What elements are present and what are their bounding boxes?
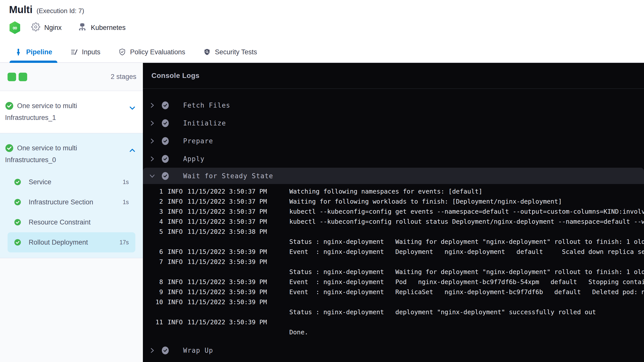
step-duration: 17s [119,239,129,246]
harness-logo-icon: ∞ [9,21,21,34]
tab-policy-evaluations-label: Policy Evaluations [130,48,185,56]
chevron-up-icon[interactable] [128,146,136,154]
log-msg: Watching following namespaces for events… [289,187,644,197]
log-row: 2INFO11/15/2022 3:50:37 PMWaiting for fo… [143,197,644,207]
log-no: 8 [143,277,163,287]
success-check-icon [14,199,21,206]
log-no: 1 [143,187,163,197]
service-chip[interactable]: Nginx [31,22,62,33]
chevron-down-icon[interactable] [128,104,136,112]
console-step-wrap-up[interactable]: Wrap Up [143,341,644,359]
log-no [143,327,163,337]
log-row: Status : nginx-deployment deployment "ng… [143,307,644,317]
console-step-initialize[interactable]: Initialize [143,114,644,132]
log-no: 7 [143,257,163,267]
console-steps-list: Fetch FilesInitializePrepareApplyWait fo… [143,89,644,362]
log-row: Done. [143,327,644,337]
log-time: 11/15/2022 3:50:37 PM [187,197,271,207]
log-no [143,307,163,317]
log-time [187,327,271,337]
tab-security-tests-label: Security Tests [215,48,257,56]
stage-card-infrastructures-1[interactable]: One service to multi Infrastructures_1 [0,91,143,133]
log-time: 11/15/2022 3:50:37 PM [187,217,271,227]
step-name: Resource Constraint [29,218,129,226]
tab-pipeline[interactable]: Pipeline [15,42,52,62]
log-msg: Event : nginx-deployment ReplicaSet ngin… [289,287,644,297]
chevron-down-icon[interactable] [149,173,155,179]
stage-sidebar: 2 stages One service to multi Infrastruc… [0,63,143,362]
log-level: INFO [168,317,183,327]
console-step-label: Prepare [183,137,213,145]
log-row: 1INFO11/15/2022 3:50:37 PMWatching follo… [143,187,644,197]
stage-name: One service to multi Infrastructures_1 [5,102,77,121]
log-level: INFO [168,217,183,227]
stage-steps-list: Service1sInfrastructure Section1sResourc… [5,172,138,252]
stage-success-square[interactable] [19,73,27,81]
stage-card-infrastructures-0[interactable]: One service to multi Infrastructures_0 S… [0,133,143,258]
step-name: Infrastructure Section [29,198,123,206]
shield-search-icon [203,48,211,56]
log-no: 10 [143,297,163,307]
log-time: 11/15/2022 3:50:39 PM [187,277,271,287]
log-time: 11/15/2022 3:50:37 PM [187,187,271,197]
chevron-right-icon[interactable] [149,102,155,109]
step-row-resource-constraint[interactable]: Resource Constraint [8,212,135,232]
log-row: 8INFO11/15/2022 3:50:39 PMEvent : nginx-… [143,277,644,287]
chevron-right-icon[interactable] [149,156,155,162]
stage-count-label: 2 stages [111,73,136,81]
log-time: 11/15/2022 3:50:39 PM [187,317,271,327]
execution-tabbar: Pipeline Inputs Policy Evaluations [0,42,644,63]
tab-policy-evaluations[interactable]: Policy Evaluations [118,42,185,62]
log-row: Status : nginx-deployment Waiting for de… [143,267,644,277]
log-level: INFO [168,187,183,197]
log-level [168,327,183,337]
step-success-check-icon [162,172,169,180]
log-level: INFO [168,297,183,307]
tab-inputs[interactable]: Inputs [70,42,101,62]
step-success-check-icon [162,119,169,127]
stages-summary: 2 stages [0,63,143,91]
log-time: 11/15/2022 3:50:39 PM [187,257,271,267]
tab-inputs-label: Inputs [82,48,101,56]
stage-success-square[interactable] [8,73,16,81]
page-header: Multi (Execution Id: 7) ∞ Nginx [0,0,644,42]
step-success-check-icon [162,155,169,163]
log-row: 3INFO11/15/2022 3:50:37 PMkubectl --kube… [143,207,644,217]
tab-pipeline-label: Pipeline [26,48,52,56]
log-row: 9INFO11/15/2022 3:50:39 PMEvent : nginx-… [143,287,644,297]
tab-security-tests[interactable]: Security Tests [203,42,257,62]
step-row-rollout-deployment[interactable]: Rollout Deployment17s [8,232,135,252]
console-step-prepare[interactable]: Prepare [143,132,644,150]
chevron-right-icon[interactable] [149,120,155,126]
log-no [143,267,163,277]
step-name: Service [29,178,123,186]
success-check-icon [5,144,14,155]
log-msg [289,227,644,237]
stage-title: One service to multi Infrastructures_0 [5,143,96,165]
stage-status-squares[interactable] [8,73,27,81]
console-step-apply[interactable]: Apply [143,150,644,168]
log-msg: Event : nginx-deployment Pod nginx-deplo… [289,277,644,287]
log-no: 5 [143,227,163,237]
log-time: 11/15/2022 3:50:39 PM [187,247,271,257]
console-step-label: Wait for Steady State [183,172,273,180]
step-success-check-icon [162,137,169,145]
step-row-service[interactable]: Service1s [8,172,135,192]
console-step-label: Wrap Up [183,347,213,354]
console-step-fetch-files[interactable]: Fetch Files [143,96,644,114]
log-level [168,237,183,247]
service-name: Nginx [44,24,62,32]
log-msg [289,257,644,267]
log-no: 4 [143,217,163,227]
log-level: INFO [168,197,183,207]
step-success-check-icon [162,101,169,110]
infrastructure-chip[interactable]: Kubernetes [78,22,126,33]
svg-text:∞: ∞ [12,24,18,31]
log-msg: kubectl --kubeconfig=config rollout stat… [289,217,644,227]
console-step-wait-for-steady-state[interactable]: Wait for Steady State [143,168,644,184]
chevron-right-icon[interactable] [149,347,155,354]
step-row-infrastructure-section[interactable]: Infrastructure Section1s [8,192,135,212]
chevron-right-icon[interactable] [149,138,155,144]
log-msg: Status : nginx-deployment Waiting for de… [289,267,644,277]
stage-name: One service to multi Infrastructures_0 [5,144,77,164]
